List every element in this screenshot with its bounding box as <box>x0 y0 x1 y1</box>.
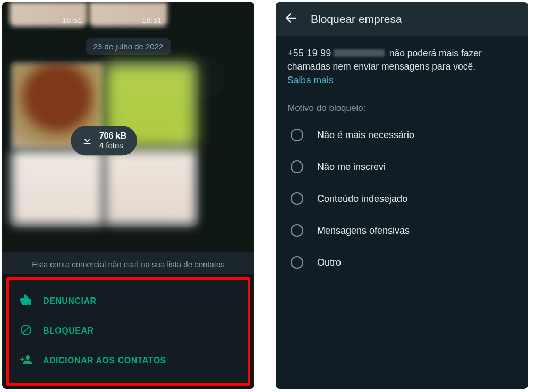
block-description: +55 19 99 não poderá mais fazer chamadas… <box>287 47 516 87</box>
media-thumbnail[interactable]: 18:51 <box>10 2 87 27</box>
download-count: 4 fotos <box>99 141 123 150</box>
learn-more-link[interactable]: Saiba mais <box>287 75 334 86</box>
download-icon <box>81 134 93 148</box>
add-contact-label: ADICIONAR AOS CONTATOS <box>43 356 166 365</box>
add-person-icon <box>20 353 32 368</box>
reason-label: Conteúdo indesejado <box>317 193 407 204</box>
media-album[interactable]: 19:47 19:47 19:47 706 kB 4 fotos <box>10 61 198 227</box>
phone-number-prefix: +55 19 99 <box>287 48 332 58</box>
page-title: Bloquear empresa <box>311 13 402 25</box>
download-info: 706 kB 4 fotos <box>99 131 127 150</box>
chat-screen: 18:51 18:51 23 de julho de 2022 19:47 19… <box>2 2 254 389</box>
reason-label: Mensagens ofensivas <box>317 225 410 236</box>
block-business-screen: Bloquear empresa +55 19 99 não poderá ma… <box>276 2 528 389</box>
report-button[interactable]: DENUNCIAR <box>15 286 241 316</box>
reason-option[interactable]: Mensagens ofensivas <box>287 215 516 246</box>
album-photo[interactable]: 19:47 <box>105 150 197 225</box>
reason-label: Não é mais necessário <box>317 130 414 141</box>
previous-media-row: 18:51 18:51 <box>2 2 254 29</box>
timestamp: 18:51 <box>62 15 82 24</box>
reason-label: Não me inscrevi <box>317 161 386 173</box>
reason-option[interactable]: Outro <box>287 246 516 278</box>
radio-icon <box>291 256 303 269</box>
download-size: 706 kB <box>99 131 127 140</box>
block-label: BLOQUEAR <box>43 326 94 336</box>
timestamp: 19:47 <box>171 136 191 145</box>
reason-option[interactable]: Não é mais necessário <box>287 119 516 151</box>
back-icon[interactable] <box>284 11 298 27</box>
block-icon <box>20 323 32 338</box>
radio-icon <box>291 129 303 141</box>
business-notice: Esta conta comercial não está na sua lis… <box>2 252 254 274</box>
reason-title: Motivo do bloqueio: <box>287 103 516 114</box>
chat-background: 18:51 18:51 23 de julho de 2022 19:47 19… <box>2 2 254 252</box>
timestamp: 18:51 <box>142 15 162 24</box>
thumbs-down-icon <box>20 294 32 309</box>
radio-icon <box>291 192 303 205</box>
svg-rect-0 <box>83 143 90 144</box>
reason-list: Não é mais necessário Não me inscrevi Co… <box>287 119 516 278</box>
report-label: DENUNCIAR <box>43 296 97 306</box>
media-thumbnail[interactable]: 18:51 <box>89 2 167 27</box>
add-contact-button[interactable]: ADICIONAR AOS CONTATOS <box>15 346 241 376</box>
timestamp: 19:47 <box>171 212 191 221</box>
block-button[interactable]: BLOQUEAR <box>15 316 241 346</box>
reason-label: Outro <box>317 257 341 268</box>
album-photo[interactable]: 19:47 <box>12 150 103 225</box>
radio-icon <box>291 224 303 237</box>
date-divider: 23 de julho de 2022 <box>86 38 171 55</box>
radio-icon <box>291 160 303 173</box>
appbar: Bloquear empresa <box>276 2 528 36</box>
reason-option[interactable]: Não me inscrevi <box>287 151 516 183</box>
redacted-number <box>334 49 385 57</box>
download-pill[interactable]: 706 kB 4 fotos <box>71 126 138 156</box>
timestamp: 19:47 <box>78 212 98 221</box>
business-actions-highlight: DENUNCIAR BLOQUEAR ADICIONAR AOS CONTATO… <box>6 277 250 386</box>
reason-option[interactable]: Conteúdo indesejado <box>287 183 516 215</box>
